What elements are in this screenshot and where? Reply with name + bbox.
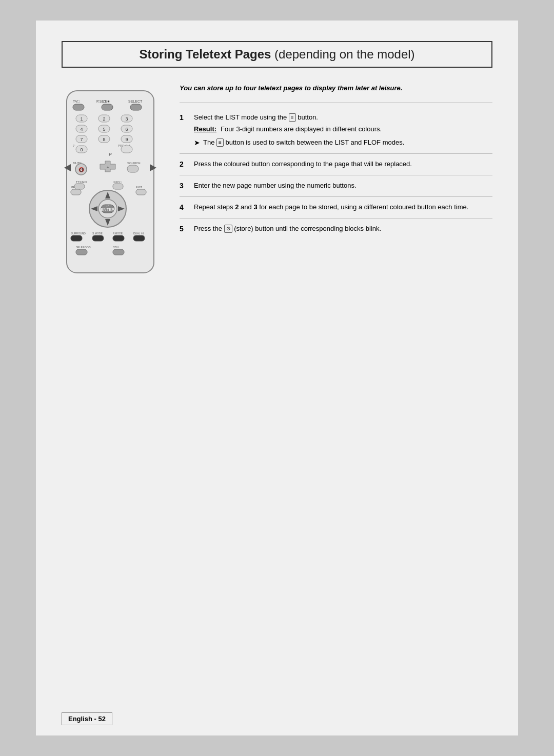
tip-text: The ≡ button is used to switch between t… [203,137,404,148]
footer: English - 52 [62,712,112,725]
step-5: 5 Press the ⊙ (store) button until the c… [180,218,492,240]
svg-text:SOURCE: SOURCE [127,162,141,165]
step-4-bold-3: 3 [253,203,257,211]
step-2: 2 Press the coloured button correspondin… [180,154,492,175]
step-2-num: 2 [180,159,188,170]
svg-text:DUAL I-II: DUAL I-II [133,232,144,235]
svg-text:7-: 7- [73,144,75,147]
svg-text:2: 2 [103,116,105,122]
step-1-tip: ➤ The ≡ button is used to switch between… [194,137,492,148]
svg-text:0: 0 [80,147,83,152]
title-box: Storing Teletext Pages (depending on the… [62,41,492,68]
step-1-result: Result: Four 3-digit numbers are display… [194,124,492,134]
svg-text:ENTER: ENTER [101,207,114,212]
svg-rect-29 [121,146,132,153]
svg-rect-45 [136,189,146,195]
remote-column: TV□ P.SIZE■ SELECT 1 2 3 [62,83,164,280]
step-4-text: Repeat steps 2 and 3 for each page to be… [194,203,468,211]
tip-arrow-icon: ➤ [194,137,200,148]
step-3-num: 3 [180,181,188,191]
svg-text:INFO□: INFO□ [113,181,122,184]
svg-text:↵: ↵ [106,204,109,208]
step-5-num: 5 [180,224,188,234]
svg-rect-5 [102,104,113,110]
step-2-text: Press the coloured button corresponding … [194,160,412,168]
svg-text:P.MODE: P.MODE [113,232,123,235]
list-button-icon: ≡ [289,113,296,122]
svg-rect-61 [113,235,124,241]
step-1: 1 Select the LIST mode using the ≡ butto… [180,107,492,154]
svg-text:6: 6 [125,127,128,132]
svg-rect-59 [71,235,82,241]
divider-top [180,103,492,103]
result-text: Four 3-digit numbers are displayed in di… [221,124,382,134]
svg-rect-62 [133,235,145,241]
step-4-num: 4 [180,202,188,213]
svg-text:P.SIZE■: P.SIZE■ [96,100,110,103]
svg-text:S.MODE: S.MODE [92,232,103,235]
list-button-icon-2: ≡ [216,138,224,147]
svg-rect-42 [74,184,85,189]
svg-rect-44 [71,189,81,195]
svg-rect-35 [127,165,138,172]
svg-text:3: 3 [125,116,128,122]
content-area: TV□ P.SIZE■ SELECT 1 2 3 [62,83,492,280]
result-label: Result: [194,124,216,134]
svg-text:EXIT: EXIT [136,186,143,189]
svg-text:1: 1 [80,116,83,122]
step-2-content: Press the coloured button corresponding … [194,159,492,170]
instructions-column: You can store up to four teletext pages … [180,83,492,280]
svg-rect-66 [113,249,124,255]
intro-text: You can store up to four teletext pages … [180,83,492,93]
step-3-text: Enter the new page number using the nume… [194,182,357,189]
svg-text:SURROUND: SURROUND [71,232,86,235]
svg-text:9: 9 [125,137,128,142]
svg-text:P: P [109,152,112,157]
title-bold: Storing Teletext Pages [139,47,271,61]
svg-rect-4 [73,104,84,110]
step-5-text: Press the ⊙ (store) button until the cor… [194,225,381,232]
svg-rect-65 [76,249,87,255]
svg-rect-6 [130,104,142,110]
step-4-content: Repeat steps 2 and 3 for each page to be… [194,202,492,213]
step-3: 3 Enter the new page number using the nu… [180,175,492,197]
step-3-content: Enter the new page number using the nume… [194,181,492,191]
step-1-content: Select the LIST mode using the ≡ button.… [194,112,492,148]
svg-text:🔇: 🔇 [78,167,85,173]
page-title: Storing Teletext Pages (depending on the… [73,47,481,62]
svg-rect-43 [113,184,123,189]
steps-list: 1 Select the LIST mode using the ≡ butto… [180,107,492,240]
svg-text:5: 5 [103,127,105,132]
remote-svg: TV□ P.SIZE■ SELECT 1 2 3 [62,88,159,278]
step-5-content: Press the ⊙ (store) button until the cor… [194,224,492,234]
svg-rect-60 [92,235,104,241]
svg-text:SELECT: SELECT [128,100,143,103]
step-4: 4 Repeat steps 2 and 3 for each page to … [180,197,492,218]
svg-text:+: + [107,165,109,170]
svg-text:7: 7 [80,137,83,142]
svg-text:TTX/MIX: TTX/MIX [76,181,87,184]
svg-text:SELF.FOC/S: SELF.FOC/S [76,246,91,249]
svg-text:TV□: TV□ [73,100,80,103]
step-1-text: Select the LIST mode using the ≡ button. [194,113,318,121]
svg-text:4: 4 [80,127,83,132]
remote-image: TV□ P.SIZE■ SELECT 1 2 3 [62,88,164,280]
step-1-num: 1 [180,112,188,148]
svg-text:STILL: STILL [113,246,120,249]
svg-text:8: 8 [103,137,105,142]
page: Storing Teletext Pages (depending on the… [36,21,518,735]
title-normal: (depending on the model) [271,47,414,61]
store-button-icon: ⊙ [224,225,232,233]
step-4-bold-2: 2 [235,203,239,211]
footer-text: English - 52 [68,715,106,723]
